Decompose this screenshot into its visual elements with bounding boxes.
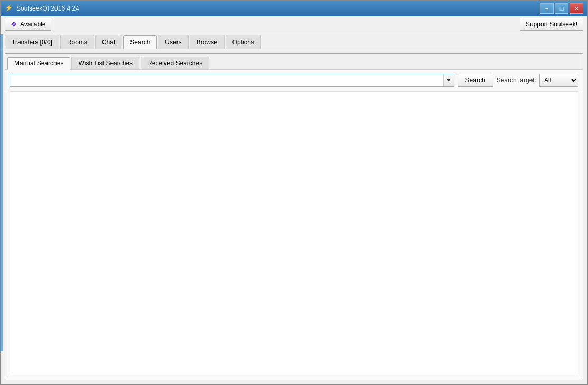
content-panel: Manual Searches Wish List Searches Recei…: [5, 53, 583, 380]
tab-chat[interactable]: Chat: [95, 35, 122, 49]
search-target-label: Search target:: [497, 77, 536, 84]
subtab-manual[interactable]: Manual Searches: [7, 57, 70, 70]
minimize-button[interactable]: −: [540, 3, 554, 14]
close-button[interactable]: ✕: [570, 3, 583, 14]
tab-users[interactable]: Users: [158, 35, 188, 49]
support-button[interactable]: Support Soulseek!: [520, 18, 583, 31]
available-icon: ❖: [11, 20, 17, 29]
menu-bar: ❖ Available Support Soulseek!: [1, 16, 587, 32]
tab-options[interactable]: Options: [226, 35, 261, 49]
nav-tabs: Transfers [0/0] Rooms Chat Search Users …: [1, 32, 587, 49]
title-buttons: − □ ✕: [540, 3, 583, 14]
main-content: Manual Searches Wish List Searches Recei…: [1, 49, 587, 384]
subtab-wishlist[interactable]: Wish List Searches: [71, 57, 139, 69]
main-window: ⚡ SoulseekQt 2016.4.24 − □ ✕ ❖ Available…: [0, 0, 588, 385]
sidebar-accent: [0, 34, 3, 351]
search-input-wrapper: ▼: [10, 74, 454, 87]
maximize-button[interactable]: □: [555, 3, 568, 14]
window-title: SoulseekQt 2016.4.24: [16, 5, 79, 12]
search-input[interactable]: [10, 74, 443, 86]
search-target-select[interactable]: All Buddies Room: [539, 74, 578, 87]
tab-search[interactable]: Search: [123, 35, 157, 49]
results-area: [10, 91, 578, 375]
tab-browse[interactable]: Browse: [190, 35, 225, 49]
title-bar-left: ⚡ SoulseekQt 2016.4.24: [5, 4, 79, 13]
available-button[interactable]: ❖ Available: [5, 18, 51, 31]
sub-tabs: Manual Searches Wish List Searches Recei…: [5, 54, 583, 70]
tab-transfers[interactable]: Transfers [0/0]: [5, 35, 59, 49]
available-label: Available: [20, 21, 45, 28]
subtab-received[interactable]: Received Searches: [141, 57, 209, 69]
search-dropdown-button[interactable]: ▼: [443, 74, 454, 86]
search-bar: ▼ Search Search target: All Buddies Room: [5, 70, 583, 91]
app-icon: ⚡: [5, 4, 13, 13]
dropdown-icon: ▼: [446, 78, 451, 83]
title-bar: ⚡ SoulseekQt 2016.4.24 − □ ✕: [1, 1, 587, 16]
tab-rooms[interactable]: Rooms: [60, 35, 94, 49]
search-button[interactable]: Search: [458, 74, 493, 87]
